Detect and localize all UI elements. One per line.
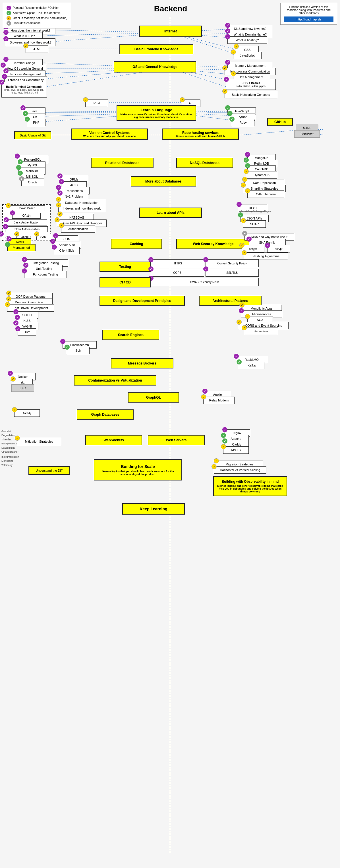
- icon-html: ✓: [23, 43, 28, 48]
- icon-terminal-cmds: ✓: [0, 80, 4, 85]
- icon-hashing: ✓: [242, 250, 247, 255]
- icon-mssql: ✓: [18, 170, 23, 176]
- icon-hateoas: ✓: [57, 212, 63, 217]
- icon-csharp: ✓: [23, 111, 28, 116]
- graphql-node: GraphQL: [128, 392, 179, 403]
- icon-cookie: ✓: [6, 203, 11, 208]
- hashing-node: ✓ Hashing Algorithms: [244, 252, 288, 260]
- roadmap-link-desc: Find the detailed version of this roadma…: [284, 5, 334, 15]
- icon-kafka: ✓: [237, 360, 242, 365]
- icon-normalization: ✓: [56, 197, 61, 202]
- icon-token-auth: ✓: [3, 224, 8, 229]
- icon-networking: ✓: [222, 89, 227, 94]
- icon-auth-api: ✓: [59, 223, 64, 228]
- icon-php: ✓: [25, 117, 30, 122]
- cicd-node: CI / CD: [99, 277, 151, 287]
- main-title: Backend: [128, 4, 213, 13]
- networking-node: ✓ Basic Networking Concepts: [224, 91, 277, 98]
- neo4j-node: ✓ Neo4j: [14, 409, 40, 417]
- building-scale-node: Building for Scale General topics that y…: [94, 459, 182, 480]
- icon-rabbitmq: ✓: [234, 354, 239, 359]
- icon-soa: ✓: [245, 314, 250, 319]
- icon-java: ✓: [21, 105, 26, 110]
- roadmap-url[interactable]: http://roadmap.sh: [284, 17, 334, 22]
- icon-serverless: ✓: [242, 325, 247, 330]
- icon-yagni: ✓: [13, 320, 19, 326]
- icon-couchdb: ✓: [245, 163, 250, 168]
- legend-icon-green: ✓: [6, 11, 11, 16]
- kafka-node: ✓ Kafka: [239, 362, 265, 369]
- icon-docker: ✓: [8, 371, 13, 376]
- icon-go: ✓: [180, 97, 185, 102]
- icon-elasticsearch: ✓: [60, 339, 65, 344]
- icon-n1: ✓: [57, 190, 63, 196]
- legend-text-green: Alternative Option - Pick this or purple: [13, 10, 61, 16]
- git-usage-node: Basic Usage of Git: [14, 131, 51, 139]
- legend-icon-yellow: ✓: [6, 16, 11, 21]
- dry-node: ✓ DRY: [18, 329, 36, 336]
- security-protocols-grid: ✓ HTTPS ✓ Content Security Policy ✓ CORS…: [151, 259, 259, 286]
- internet-node: Internet: [139, 26, 202, 37]
- icon-gof: ✓: [6, 290, 11, 296]
- icon-jwt: ✓: [0, 231, 4, 237]
- legend-item-gray: ● I wouldn't recommend: [6, 21, 67, 26]
- icon-basic-auth: ✓: [4, 217, 9, 222]
- icon-rethinkdb: ✓: [244, 157, 249, 163]
- design-principles-node: Design and Development Principles: [99, 296, 185, 306]
- relational-db-node: Relational Databases: [91, 158, 154, 168]
- roadmap-link-box: Find the detailed version of this roadma…: [280, 3, 337, 25]
- functional-testing-node: ✓ Functional Testing: [24, 271, 67, 278]
- understand-diff-node: Understand the Diff: [28, 466, 70, 475]
- icon-css: ✓: [234, 44, 239, 49]
- icon-ruby: ✓: [229, 117, 235, 122]
- web-servers-node: Web Servers: [148, 435, 205, 445]
- icon-solr: ✓: [65, 345, 70, 350]
- icon-json-apis: ✓: [238, 212, 243, 217]
- owasp-node: ✓ OWASP Security Risks: [151, 278, 259, 286]
- icon-cap: ✓: [245, 188, 250, 193]
- bitbucket-node: Bitbucket: [294, 130, 320, 137]
- icon-oracle: ●: [19, 176, 24, 181]
- icon-memory: ✓: [225, 60, 230, 65]
- icon-mysql: ✓: [18, 159, 23, 164]
- client-side-node: ✓ Client Side: [54, 247, 80, 254]
- https-node: ✓ HTTPS: [151, 259, 204, 267]
- hosting-node: ✓ What is hosting?: [227, 36, 267, 44]
- posix-node: ✓ POSIX Basics stdin, stdout, stderr, pi…: [226, 79, 276, 90]
- legend-text-purple: Personal Recommendation / Opinion: [13, 5, 59, 10]
- soap-node: ✓ SOAP: [243, 220, 266, 228]
- more-databases-node: More about Databases: [131, 176, 196, 187]
- message-brokers-node: Message Brokers: [111, 358, 174, 369]
- icon-mariadb: ✓: [16, 165, 21, 170]
- icon-dynamodb: ✓: [244, 169, 249, 174]
- icon-sharding: ✓: [241, 183, 246, 188]
- icon-ddd: ✓: [6, 296, 11, 301]
- graph-db-node: Graph Databases: [77, 409, 134, 420]
- icon-terminal: ✓: [3, 57, 8, 62]
- serverless-node: ✓ Serverless: [244, 328, 278, 335]
- keep-learning-node: Keep Learning: [122, 503, 185, 515]
- mitigation-node: ✓ Mitigation Strategies: [17, 438, 61, 445]
- icon-integration-testing: ✓: [22, 257, 27, 262]
- icon-apollo: ✓: [203, 389, 208, 394]
- csp-node: ✓ Content Security Policy: [206, 259, 259, 267]
- icon-hosting: ✓: [225, 34, 230, 39]
- saml-node: ✓ SAML: [36, 234, 52, 240]
- icon-browsers: ✓: [3, 36, 8, 41]
- token-auth-node: ✓ Token Authentication: [5, 226, 48, 232]
- legend-item-green: ✓ Alternative Option - Pick this or purp…: [6, 10, 67, 16]
- oracle-node: ● Oracle: [21, 179, 44, 186]
- cors-node: ✓ CORS: [151, 269, 204, 277]
- icon-acid: ✓: [59, 179, 64, 184]
- icon-relay: ✓: [201, 394, 206, 399]
- vcs-node: Version Control Systems What are they an…: [71, 128, 148, 140]
- icon-unit-testing: ✓: [23, 263, 28, 268]
- nosql-db-node: NoSQL Databases: [176, 158, 233, 168]
- icon-http: ✓: [3, 30, 8, 35]
- icon-python: ✓: [227, 111, 233, 116]
- icon-dns: ✓: [225, 23, 230, 28]
- caching-node: Caching: [111, 239, 162, 249]
- websockets-node: WebSockets: [85, 435, 142, 445]
- roy-fielding-text: Read Roy Fielding's Paper: [236, 210, 276, 213]
- lxc-node: LXC: [11, 384, 34, 392]
